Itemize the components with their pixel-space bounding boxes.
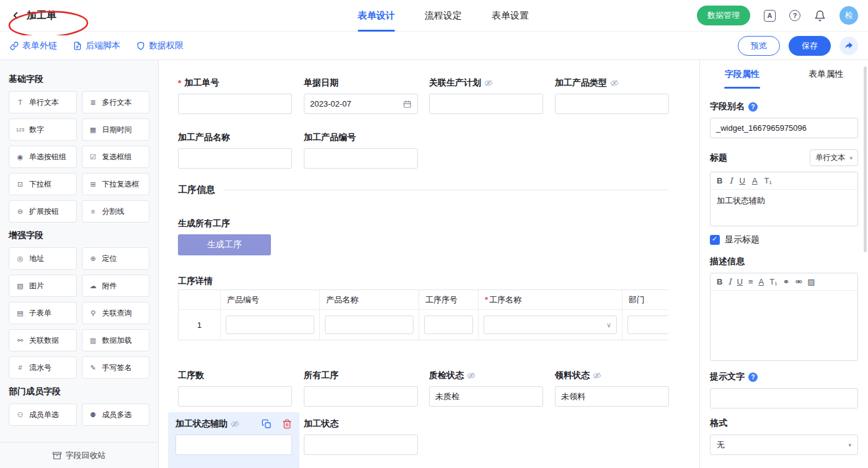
product-code-input[interactable] bbox=[304, 148, 418, 169]
chip-data-load[interactable]: ▥数据加载 bbox=[82, 329, 150, 351]
chip-extend-button[interactable]: ⊖扩展按钮 bbox=[9, 200, 77, 223]
chip-checkbox-group[interactable]: ☑复选框组 bbox=[82, 146, 150, 168]
status-aux-input[interactable] bbox=[175, 435, 292, 455]
field-product-name[interactable]: 加工产品名称 bbox=[178, 132, 292, 169]
chip-member-single[interactable]: ⚇成员单选 bbox=[9, 404, 77, 426]
field-product-type[interactable]: 加工产品类型 bbox=[555, 77, 669, 114]
show-title-checkbox-row[interactable]: 显示标题 bbox=[710, 234, 858, 245]
tab-flow-settings[interactable]: 流程设定 bbox=[425, 0, 462, 32]
chip-serial-number[interactable]: #流水号 bbox=[9, 356, 77, 379]
linked-data-icon: ⚯ bbox=[15, 337, 25, 345]
field-generate-all[interactable]: 生成所有工序 生成工序 bbox=[178, 218, 302, 255]
external-link-button[interactable]: 表单外链 bbox=[10, 40, 57, 51]
italic-icon[interactable]: I bbox=[729, 176, 732, 185]
chip-image[interactable]: ▧图片 bbox=[9, 275, 77, 297]
avatar[interactable]: 检 bbox=[839, 6, 858, 25]
data-permission-button[interactable]: 数据权限 bbox=[136, 40, 184, 51]
cell-department-input[interactable] bbox=[627, 316, 668, 334]
chip-linked-query[interactable]: ⚲关联查询 bbox=[82, 302, 150, 324]
chip-member-multi[interactable]: ⚉成员多选 bbox=[82, 404, 150, 426]
field-material-status[interactable]: 领料状态 未领料 bbox=[555, 370, 669, 407]
chip-address[interactable]: ◎地址 bbox=[9, 247, 77, 270]
bold-icon[interactable]: B bbox=[717, 176, 722, 185]
product-type-input[interactable] bbox=[555, 94, 669, 114]
field-production-plan[interactable]: 关联生产计划 bbox=[429, 77, 543, 114]
chip-datetime[interactable]: ▦日期时间 bbox=[82, 118, 150, 141]
help-icon[interactable] bbox=[789, 10, 800, 21]
field-process-status[interactable]: 加工状态 bbox=[304, 418, 418, 455]
font-color-icon[interactable]: A bbox=[759, 277, 764, 286]
back-button[interactable] bbox=[10, 10, 21, 21]
widget-type-select[interactable]: 单行文本 bbox=[810, 149, 858, 166]
field-process-count[interactable]: 工序数 bbox=[178, 370, 292, 407]
save-button[interactable]: 保存 bbox=[789, 36, 831, 56]
chip-location[interactable]: ⊕定位 bbox=[82, 247, 150, 270]
all-process-input[interactable] bbox=[304, 386, 418, 407]
qc-status-input[interactable]: 未质检 bbox=[429, 386, 543, 407]
title-editor-content[interactable]: 加工状态辅助 bbox=[711, 190, 857, 226]
list-icon[interactable]: ≡ bbox=[748, 277, 753, 286]
font-size-icon[interactable]: T₁ bbox=[769, 277, 777, 286]
panel-scrollbar[interactable] bbox=[864, 66, 867, 252]
image-icon[interactable]: ▨ bbox=[807, 277, 815, 286]
cell-process-name-select[interactable] bbox=[484, 316, 617, 334]
tab-form-settings[interactable]: 表单设置 bbox=[492, 0, 529, 32]
chip-number[interactable]: 123数字 bbox=[9, 118, 77, 141]
tab-field-properties[interactable]: 字段属性 bbox=[700, 60, 784, 89]
backend-script-button[interactable]: 后端脚本 bbox=[73, 40, 120, 51]
generate-process-button[interactable]: 生成工序 bbox=[178, 234, 271, 255]
font-size-icon[interactable]: T₁ bbox=[764, 176, 772, 185]
format-select[interactable]: 无 bbox=[710, 435, 858, 455]
data-manage-button[interactable]: 数据管理 bbox=[697, 6, 750, 25]
share-button[interactable] bbox=[839, 37, 858, 55]
chip-subform[interactable]: ▤子表单 bbox=[9, 302, 77, 324]
italic-icon[interactable]: I bbox=[728, 277, 731, 286]
process-count-input[interactable] bbox=[178, 386, 292, 407]
chip-multi-line-text[interactable]: ≣多行文本 bbox=[82, 91, 150, 113]
chip-signature[interactable]: ✎手写签名 bbox=[82, 356, 150, 379]
chip-dropdown-multi[interactable]: ⊞下拉复选框 bbox=[82, 173, 150, 195]
field-order-no[interactable]: *加工单号 bbox=[178, 77, 292, 114]
field-recycle-station[interactable]: 字段回收站 bbox=[0, 442, 158, 468]
translate-icon[interactable] bbox=[764, 10, 776, 22]
chip-dropdown[interactable]: ⊡下拉框 bbox=[9, 173, 77, 195]
help-icon[interactable] bbox=[748, 373, 758, 382]
chip-radio-group[interactable]: ◉单选按钮组 bbox=[9, 146, 77, 168]
alias-input[interactable]: _widget_1667965975096 bbox=[710, 118, 858, 138]
field-product-code[interactable]: 加工产品编号 bbox=[304, 132, 418, 169]
description-editor-content[interactable] bbox=[711, 291, 857, 360]
order-no-input[interactable] bbox=[178, 94, 292, 114]
chip-divider[interactable]: ≡分割线 bbox=[82, 200, 150, 223]
hint-input[interactable] bbox=[710, 388, 858, 408]
chip-attachment[interactable]: ☁附件 bbox=[82, 275, 150, 297]
form-canvas[interactable]: *加工单号 单据日期 2023-02-07 关联生产计划 加工产品类型 加工产品… bbox=[159, 60, 699, 468]
link-icon[interactable]: ⚭ bbox=[783, 277, 790, 286]
date-input[interactable]: 2023-02-07 bbox=[304, 94, 418, 114]
field-date[interactable]: 单据日期 2023-02-07 bbox=[304, 77, 418, 114]
preview-button[interactable]: 预览 bbox=[738, 36, 780, 56]
production-plan-input[interactable] bbox=[429, 94, 543, 114]
field-status-aux-selected[interactable]: 加工状态辅助 bbox=[168, 412, 299, 468]
process-status-input[interactable] bbox=[304, 435, 418, 455]
cell-process-seq-input[interactable] bbox=[424, 316, 473, 334]
chip-single-line-text[interactable]: T单行文本 bbox=[9, 91, 77, 113]
cell-product-name-input[interactable] bbox=[325, 316, 414, 334]
chip-linked-data[interactable]: ⚯关联数据 bbox=[9, 329, 77, 351]
cell-product-code-input[interactable] bbox=[226, 316, 314, 334]
field-all-process[interactable]: 所有工序 bbox=[304, 370, 418, 407]
field-qc-status[interactable]: 质检状态 未质检 bbox=[429, 370, 543, 407]
font-color-icon[interactable]: A bbox=[752, 176, 758, 185]
unlink-icon[interactable]: ⚮ bbox=[795, 277, 802, 286]
product-name-input[interactable] bbox=[178, 148, 292, 169]
underline-icon[interactable]: U bbox=[740, 176, 745, 185]
duplicate-field-button[interactable] bbox=[262, 419, 272, 429]
help-icon[interactable] bbox=[748, 102, 758, 112]
tab-form-design[interactable]: 表单设计 bbox=[358, 0, 395, 32]
underline-icon[interactable]: U bbox=[737, 277, 743, 286]
bold-icon[interactable]: B bbox=[717, 277, 722, 286]
tab-form-properties[interactable]: 表单属性 bbox=[784, 60, 868, 89]
delete-field-button[interactable] bbox=[282, 419, 292, 429]
checkbox-checked-icon[interactable] bbox=[710, 235, 720, 245]
notification-bell-icon[interactable] bbox=[814, 10, 826, 22]
material-status-input[interactable]: 未领料 bbox=[555, 386, 669, 407]
